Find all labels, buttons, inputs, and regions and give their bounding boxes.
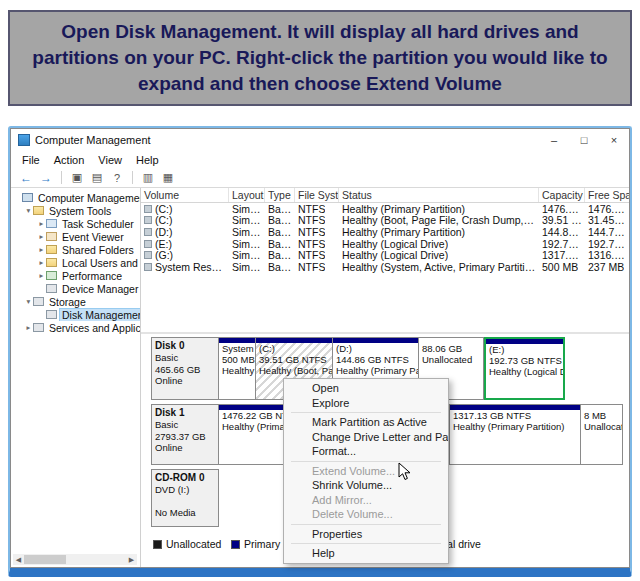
sidebar-item-system-tools[interactable]: ▾System Tools <box>11 204 140 217</box>
context-menu-item-help[interactable]: Help <box>284 546 448 561</box>
close-icon: × <box>611 134 617 146</box>
props-icon[interactable]: ▦ <box>160 170 176 185</box>
column-header-capacity[interactable]: Capacity <box>539 188 585 202</box>
cell-text: Simple <box>232 261 262 273</box>
scrollbar-track[interactable] <box>24 554 126 565</box>
sidebar-item-task-scheduler[interactable]: ▸Task Scheduler <box>11 217 140 230</box>
cell-text: 144.86 GB <box>542 226 582 238</box>
cell-text: NTFS <box>298 226 325 238</box>
minimize-icon: – <box>551 134 557 146</box>
sidebar-item-local-users-and-groups[interactable]: ▸Local Users and Groups <box>11 256 140 269</box>
partition-text-line: Unallocated <box>419 354 483 365</box>
partition-region[interactable]: (E:)192.73 GB NTFSHealthy (Logical Drive… <box>484 337 565 400</box>
tree-expanded-chevron-icon[interactable]: ▾ <box>24 297 33 306</box>
cell-text: 1317.13 GB <box>542 249 582 261</box>
context-menu-item-format[interactable]: Format... <box>284 444 448 459</box>
tree-item-label: Task Scheduler <box>60 218 136 230</box>
context-menu-item-mark-partition-as-active[interactable]: Mark Partition as Active <box>284 415 448 430</box>
table-row[interactable]: (E:)SimpleBasicNTFSHealthy (Logical Driv… <box>141 238 629 250</box>
storage-icon <box>33 297 44 306</box>
context-menu-item-properties[interactable]: Properties <box>284 527 448 542</box>
context-menu-item-change-drive-letter-and-paths[interactable]: Change Drive Letter and Paths... <box>284 430 448 445</box>
menu-view[interactable]: View <box>91 153 129 167</box>
title-bar[interactable]: Computer Management –□× <box>11 129 629 151</box>
sidebar-item-device-manager[interactable]: Device Manager <box>11 282 140 295</box>
sidebar-item-event-viewer[interactable]: ▸Event Viewer <box>11 230 140 243</box>
cell-file-system: NTFS <box>295 249 339 261</box>
cell-text: Healthy (Primary Partition) <box>342 203 465 215</box>
disk-label-disk-1[interactable]: Disk 1Basic2793.37 GBOnline <box>151 404 219 465</box>
back-icon[interactable]: ← <box>18 170 34 185</box>
disk-icon[interactable]: ▥ <box>140 170 156 185</box>
sidebar-item-computer-management-local[interactable]: Computer Management (Local <box>11 191 140 204</box>
cell-text: (E:) <box>155 238 172 250</box>
partition-text-line: 192.73 GB NTFS <box>486 355 563 366</box>
partition-text-line: (D:) <box>333 343 418 354</box>
sidebar-item-disk-management[interactable]: Disk Management <box>11 308 140 321</box>
scrollbar-thumb[interactable] <box>24 555 66 564</box>
tree-horizontal-scrollbar[interactable]: ◀ ▶ <box>13 554 137 565</box>
cell-text: System Reserved <box>155 261 226 273</box>
folder-icon <box>33 206 44 215</box>
doc-icon[interactable]: ▤ <box>89 170 105 185</box>
tree-item-label: Disk Management <box>60 309 140 321</box>
cell-text: 144.75 GB <box>588 226 627 238</box>
cell-text: Simple <box>232 214 262 226</box>
help-icon[interactable]: ? <box>109 170 125 185</box>
cell-text: NTFS <box>298 203 325 215</box>
device-manager-icon <box>46 284 57 293</box>
sidebar-item-storage[interactable]: ▾Storage <box>11 295 140 308</box>
tree-expanded-chevron-icon[interactable]: ▾ <box>24 206 33 215</box>
context-menu-item-open[interactable]: Open <box>284 381 448 396</box>
sidebar-item-performance[interactable]: ▸Performance <box>11 269 140 282</box>
table-row[interactable]: (D:)SimpleBasicNTFSHealthy (Primary Part… <box>141 226 629 238</box>
minimize-button[interactable]: – <box>539 129 569 151</box>
cell-text: Basic <box>268 261 292 273</box>
sidebar-item-services-and-applications[interactable]: ▸Services and Applications <box>11 321 140 334</box>
table-row[interactable]: (C:)SimpleBasicNTFSHealthy (Primary Part… <box>141 203 629 215</box>
partition-text-line: 88.06 GB <box>419 343 483 354</box>
sidebar-item-shared-folders[interactable]: ▸Shared Folders <box>11 243 140 256</box>
unallocated-region[interactable]: 8 MBUnallocated <box>580 404 623 465</box>
cell-text: 39.51 GB <box>542 214 582 226</box>
forward-icon[interactable]: → <box>38 170 54 185</box>
maximize-icon: □ <box>581 134 588 146</box>
partition-text-line: 8 MB <box>581 410 622 421</box>
cell-text: (C:) <box>155 203 173 215</box>
disk-name: Disk 0 <box>155 340 215 352</box>
column-header-free-space[interactable]: Free Space <box>585 188 629 202</box>
context-menu-item-shrink-volume[interactable]: Shrink Volume... <box>284 478 448 493</box>
tree-collapsed-chevron-icon[interactable]: ▸ <box>37 245 46 254</box>
column-header-volume[interactable]: Volume <box>141 188 229 202</box>
tree-item-label: Computer Management (Local <box>36 192 140 204</box>
partition-region[interactable]: 1317.13 GB NTFSHealthy (Primary Partitio… <box>449 404 581 465</box>
table-row[interactable]: (C:)SimpleBasicNTFSHealthy (Boot, Page F… <box>141 215 629 227</box>
tree-collapsed-chevron-icon[interactable]: ▸ <box>37 271 46 280</box>
column-header-status[interactable]: Status <box>339 188 539 202</box>
scroll-left-icon[interactable]: ◀ <box>13 556 24 564</box>
table-row[interactable]: System ReservedSimpleBasicNTFSHealthy (S… <box>141 261 629 273</box>
scroll-right-icon[interactable]: ▶ <box>126 556 137 564</box>
partition-region[interactable]: System Reserved500 MB NTFSHealthy (Syste… <box>218 337 256 400</box>
cell-layout: Simple <box>229 203 265 215</box>
tree-collapsed-chevron-icon[interactable]: ▸ <box>37 232 46 241</box>
window-icon[interactable]: ▣ <box>69 170 85 185</box>
column-header-layout[interactable]: Layout <box>229 188 265 202</box>
tree-collapsed-chevron-icon[interactable]: ▸ <box>24 323 33 332</box>
menu-action[interactable]: Action <box>47 153 92 167</box>
menu-help[interactable]: Help <box>129 153 166 167</box>
tree-collapsed-chevron-icon[interactable]: ▸ <box>37 219 46 228</box>
column-header-file-system[interactable]: File System <box>295 188 339 202</box>
close-button[interactable]: × <box>599 129 629 151</box>
legend-color-swatch <box>153 540 162 549</box>
table-row[interactable]: (G:)SimpleBasicNTFSHealthy (Logical Driv… <box>141 249 629 261</box>
maximize-button[interactable]: □ <box>569 129 599 151</box>
tree-collapsed-chevron-icon[interactable]: ▸ <box>37 258 46 267</box>
context-menu-item-explore[interactable]: Explore <box>284 396 448 411</box>
disk-label-cd-rom-0[interactable]: CD-ROM 0DVD (I:) No Media <box>151 469 219 527</box>
column-header-type[interactable]: Type <box>265 188 295 202</box>
menu-file[interactable]: File <box>15 153 47 167</box>
tree-item-label: Shared Folders <box>60 244 136 256</box>
disk-label-disk-0[interactable]: Disk 0Basic465.66 GBOnline <box>151 337 219 400</box>
partition-text-line: Healthy (Primary Partition) <box>450 421 580 432</box>
